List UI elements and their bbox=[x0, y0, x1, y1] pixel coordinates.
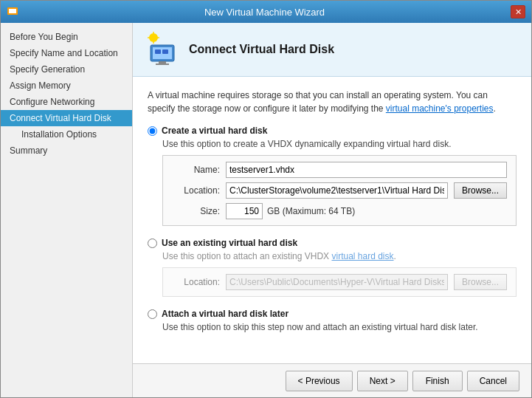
sidebar-item-before-you-begin[interactable]: Before You Begin bbox=[1, 29, 132, 45]
sidebar-item-summary[interactable]: Summary bbox=[1, 143, 132, 159]
window-title: New Virtual Machine Wizard bbox=[18, 7, 511, 18]
later-option-group: Attach a virtual hard disk later Use thi… bbox=[148, 309, 517, 332]
wizard-window: New Virtual Machine Wizard ✕ Before You … bbox=[0, 0, 532, 398]
sidebar-item-configure-networking[interactable]: Configure Networking bbox=[1, 94, 132, 110]
next-button[interactable]: Next > bbox=[357, 371, 408, 391]
titlebar-app-icon bbox=[7, 6, 18, 18]
create-radio[interactable] bbox=[148, 126, 157, 136]
existing-option-group: Use an existing virtual hard disk Use th… bbox=[148, 238, 517, 297]
header-icon bbox=[145, 32, 180, 67]
main-body: A virtual machine requires storage so th… bbox=[133, 77, 531, 363]
later-option-label: Attach a virtual hard disk later bbox=[162, 309, 289, 319]
size-row: Size: GB (Maximum: 64 TB) bbox=[172, 203, 507, 219]
location-label: Location: bbox=[172, 185, 220, 196]
cancel-button[interactable]: Cancel bbox=[467, 371, 519, 391]
svg-rect-12 bbox=[162, 49, 168, 54]
create-radio-label[interactable]: Create a virtual hard disk bbox=[148, 126, 517, 136]
svg-rect-1 bbox=[9, 9, 16, 13]
browse-button[interactable]: Browse... bbox=[454, 182, 507, 199]
name-row: Name: bbox=[172, 162, 507, 178]
main-header: Connect Virtual Hard Disk bbox=[133, 23, 531, 77]
sidebar-item-assign-memory[interactable]: Assign Memory bbox=[1, 78, 132, 94]
sidebar-item-connect-vhd[interactable]: Connect Virtual Hard Disk bbox=[1, 110, 132, 126]
existing-location-row: Location: Browse... bbox=[172, 274, 507, 290]
existing-radio-label[interactable]: Use an existing virtual hard disk bbox=[148, 238, 517, 248]
previous-button[interactable]: < Previous bbox=[286, 371, 353, 391]
svg-rect-10 bbox=[156, 64, 169, 65]
existing-location-label: Location: bbox=[172, 277, 220, 287]
sidebar-item-specify-name[interactable]: Specify Name and Location bbox=[1, 45, 132, 61]
size-input-group: GB (Maximum: 64 TB) bbox=[226, 203, 355, 219]
panel-title: Connect Virtual Hard Disk bbox=[189, 43, 334, 56]
existing-option-label: Use an existing virtual hard disk bbox=[162, 238, 297, 248]
existing-link: virtual hard disk bbox=[331, 251, 393, 261]
close-button[interactable]: ✕ bbox=[511, 5, 525, 18]
properties-link[interactable]: virtual machine's properties bbox=[386, 103, 494, 114]
footer: < Previous Next > Finish Cancel bbox=[133, 363, 531, 397]
create-option-group: Create a virtual hard disk Use this opti… bbox=[148, 126, 517, 226]
sidebar-item-specify-generation[interactable]: Specify Generation bbox=[1, 61, 132, 78]
existing-option-desc: Use this option to attach an existing VH… bbox=[162, 251, 517, 261]
existing-location-input bbox=[226, 274, 448, 290]
finish-button[interactable]: Finish bbox=[412, 371, 463, 391]
size-label: Size: bbox=[172, 206, 220, 216]
existing-form: Location: Browse... bbox=[162, 267, 517, 297]
later-radio-label[interactable]: Attach a virtual hard disk later bbox=[148, 309, 517, 319]
later-option-desc: Use this option to skip this step now an… bbox=[162, 322, 517, 332]
sidebar: Before You Begin Specify Name and Locati… bbox=[1, 23, 133, 397]
main-panel: Connect Virtual Hard Disk A virtual mach… bbox=[133, 23, 531, 397]
name-input[interactable] bbox=[226, 162, 507, 178]
name-label: Name: bbox=[172, 165, 220, 175]
create-option-label: Create a virtual hard disk bbox=[162, 126, 267, 136]
size-input[interactable] bbox=[226, 203, 263, 219]
description-text: A virtual machine requires storage so th… bbox=[148, 89, 517, 115]
svg-rect-11 bbox=[155, 49, 161, 54]
create-option-desc: Use this option to create a VHDX dynamic… bbox=[162, 139, 517, 149]
svg-rect-9 bbox=[159, 61, 166, 64]
location-row: Location: Browse... bbox=[172, 182, 507, 199]
existing-radio[interactable] bbox=[148, 239, 157, 248]
location-input[interactable] bbox=[226, 182, 448, 199]
titlebar: New Virtual Machine Wizard ✕ bbox=[1, 1, 531, 23]
size-unit: GB (Maximum: 64 TB) bbox=[267, 206, 355, 216]
content-area: Before You Begin Specify Name and Locati… bbox=[1, 23, 531, 397]
later-radio[interactable] bbox=[148, 309, 157, 319]
sidebar-item-installation-options[interactable]: Installation Options bbox=[1, 126, 132, 143]
existing-browse-button: Browse... bbox=[454, 274, 507, 290]
create-form: Name: Location: Browse... Size: bbox=[162, 155, 517, 226]
